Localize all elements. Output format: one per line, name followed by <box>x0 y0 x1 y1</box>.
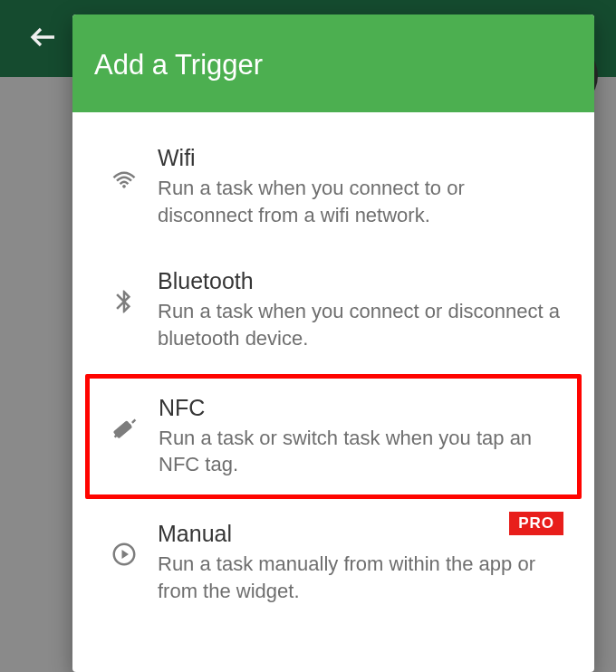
back-icon[interactable] <box>27 21 60 57</box>
play-icon <box>101 521 147 568</box>
trigger-item-nfc[interactable]: NFC Run a task or switch task when you t… <box>85 374 582 499</box>
dialog-title: Add a Trigger <box>94 49 573 82</box>
trigger-item-wifi[interactable]: Wifi Run a task when you connect to or d… <box>85 127 582 246</box>
pro-badge: PRO <box>509 512 563 535</box>
trigger-title: Wifi <box>158 145 563 171</box>
nfc-icon <box>102 395 148 442</box>
wifi-icon <box>101 145 147 192</box>
trigger-title: Bluetooth <box>158 268 563 294</box>
trigger-desc: Run a task manually from within the app … <box>158 551 563 604</box>
add-trigger-dialog: Add a Trigger Wifi Run a task when you c… <box>72 14 594 672</box>
trigger-title: NFC <box>159 395 563 421</box>
trigger-desc: Run a task when you connect or disconnec… <box>158 298 563 351</box>
dialog-header: Add a Trigger <box>72 14 594 112</box>
trigger-desc: Run a task or switch task when you tap a… <box>159 425 563 478</box>
trigger-item-bluetooth[interactable]: Bluetooth Run a task when you connect or… <box>85 250 582 370</box>
trigger-title: Manual <box>158 521 563 547</box>
trigger-list: Wifi Run a task when you connect to or d… <box>72 112 594 672</box>
trigger-desc: Run a task when you connect to or discon… <box>158 175 563 228</box>
trigger-item-manual[interactable]: PRO Manual Run a task manually from with… <box>85 503 582 622</box>
bluetooth-icon <box>101 268 147 315</box>
